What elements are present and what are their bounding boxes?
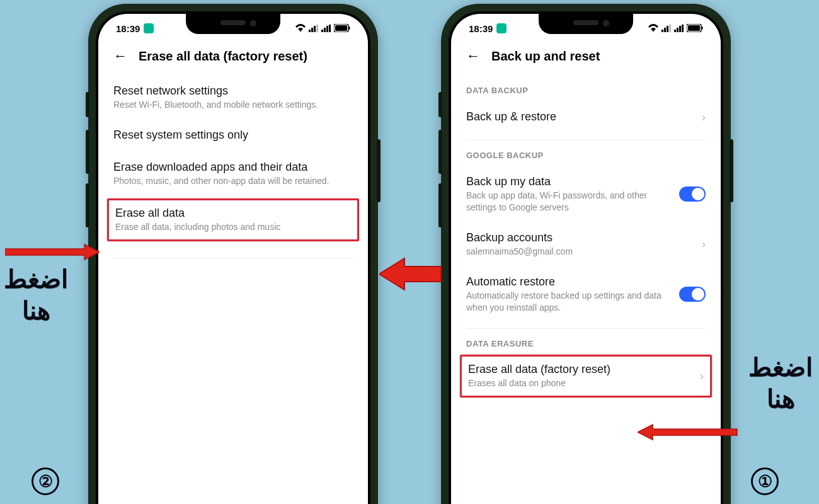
chevron-right-icon: › (700, 370, 704, 383)
wifi-icon (648, 23, 659, 34)
svg-rect-15 (321, 30, 323, 32)
svg-rect-10 (702, 26, 703, 30)
row-reset-network[interactable]: Reset network settings Reset Wi-Fi, Blue… (113, 76, 353, 120)
row-title: Automatic restore (466, 275, 672, 289)
svg-rect-14 (316, 25, 318, 32)
signal-icon (309, 23, 319, 34)
svg-marker-23 (638, 425, 737, 440)
back-button[interactable]: ← (113, 48, 127, 64)
annotation-press-here-right: اضغط هنا (748, 352, 813, 415)
arrow-right-icon (5, 243, 100, 261)
row-title: Erase downloaded apps and their data (113, 161, 353, 174)
row-subtitle: Erases all data on phone (468, 377, 692, 389)
signal-icon-2 (674, 23, 684, 34)
svg-rect-1 (664, 28, 666, 32)
row-erase-downloaded[interactable]: Erase downloaded apps and their data Pho… (113, 152, 353, 196)
notch (186, 14, 280, 34)
row-title: Reset system settings only (113, 129, 353, 142)
battery-icon (687, 23, 703, 34)
svg-rect-5 (677, 28, 679, 32)
section-data-erasure: DATA ERASURE (466, 339, 706, 348)
highlight-erase-all: Erase all data (factory reset) Erases al… (460, 355, 712, 398)
row-title: Erase all data (115, 207, 351, 220)
svg-rect-11 (309, 30, 311, 32)
row-erase-all-data[interactable]: Erase all data (factory reset) Erases al… (468, 362, 704, 391)
highlight-erase-all: Erase all data Erase all data, including… (107, 198, 359, 241)
notch (539, 14, 633, 34)
svg-marker-24 (5, 244, 100, 260)
row-title: Backup accounts (466, 231, 694, 244)
status-time: 18:39 (469, 23, 493, 34)
status-app-icon (144, 23, 154, 33)
svg-rect-4 (674, 30, 676, 32)
row-title: Erase all data (factory reset) (468, 363, 692, 376)
svg-rect-2 (667, 26, 668, 32)
divider (113, 258, 353, 258)
page-title: Back up and reset (491, 49, 600, 64)
wifi-icon (295, 23, 306, 34)
signal-icon-2 (321, 23, 331, 34)
svg-rect-3 (669, 25, 671, 32)
page-title: Erase all data (factory reset) (139, 49, 307, 64)
row-subtitle: Automatically restore backed up settings… (466, 290, 672, 314)
arrow-left-icon (379, 255, 442, 293)
annotation-press-here-left: اضغط هنا (4, 263, 68, 326)
toggle-backup-my-data[interactable] (679, 186, 706, 202)
row-subtitle: Reset Wi-Fi, Bluetooth, and mobile netwo… (113, 99, 353, 111)
section-data-backup: DATA BACKUP (466, 86, 706, 95)
back-button[interactable]: ← (466, 48, 480, 64)
row-subtitle: Photos, music, and other non-app data wi… (113, 175, 353, 187)
row-title: Reset network settings (113, 84, 353, 98)
row-title: Back up my data (466, 175, 672, 188)
status-time: 18:39 (116, 23, 140, 34)
divider (466, 140, 706, 140)
svg-rect-9 (688, 25, 700, 31)
svg-rect-12 (311, 28, 313, 32)
svg-rect-0 (662, 30, 663, 32)
svg-rect-16 (324, 28, 326, 32)
row-title: Back up & restore (466, 110, 694, 123)
svg-rect-21 (349, 26, 350, 30)
signal-icon (662, 23, 672, 34)
status-app-icon (496, 23, 507, 33)
row-erase-all-data[interactable]: Erase all data Erase all data, including… (115, 205, 351, 234)
svg-rect-13 (314, 26, 316, 32)
chevron-right-icon: › (702, 238, 706, 251)
row-backup-accounts[interactable]: Backup accounts salemnaima50@gmail.com › (466, 222, 706, 266)
row-automatic-restore[interactable]: Automatic restore Automatically restore … (466, 266, 706, 323)
svg-rect-18 (329, 25, 331, 32)
row-subtitle: Erase all data, including photos and mus… (115, 221, 351, 233)
divider (466, 328, 706, 329)
chevron-right-icon: › (702, 111, 706, 124)
row-subtitle: salemnaima50@gmail.com (466, 246, 694, 258)
svg-marker-22 (379, 258, 441, 290)
svg-rect-6 (679, 26, 681, 32)
step-badge-1: ① (751, 467, 779, 495)
section-google-backup: GOOGLE BACKUP (466, 151, 706, 160)
phone-mockup-left: 18:39 ← Erase all data (factory (88, 4, 378, 504)
step-badge-2: ② (32, 467, 59, 495)
svg-rect-7 (682, 25, 684, 32)
row-backup-restore[interactable]: Back up & restore › (466, 101, 706, 134)
row-reset-system[interactable]: Reset system settings only (113, 120, 353, 152)
row-subtitle: Back up app data, Wi-Fi passwords, and o… (466, 190, 672, 214)
svg-rect-17 (326, 26, 328, 32)
arrow-left-icon (638, 423, 738, 441)
toggle-automatic-restore[interactable] (679, 287, 706, 302)
row-backup-my-data[interactable]: Back up my data Back up app data, Wi-Fi … (466, 166, 706, 222)
svg-rect-20 (335, 25, 347, 31)
battery-icon (334, 23, 350, 34)
